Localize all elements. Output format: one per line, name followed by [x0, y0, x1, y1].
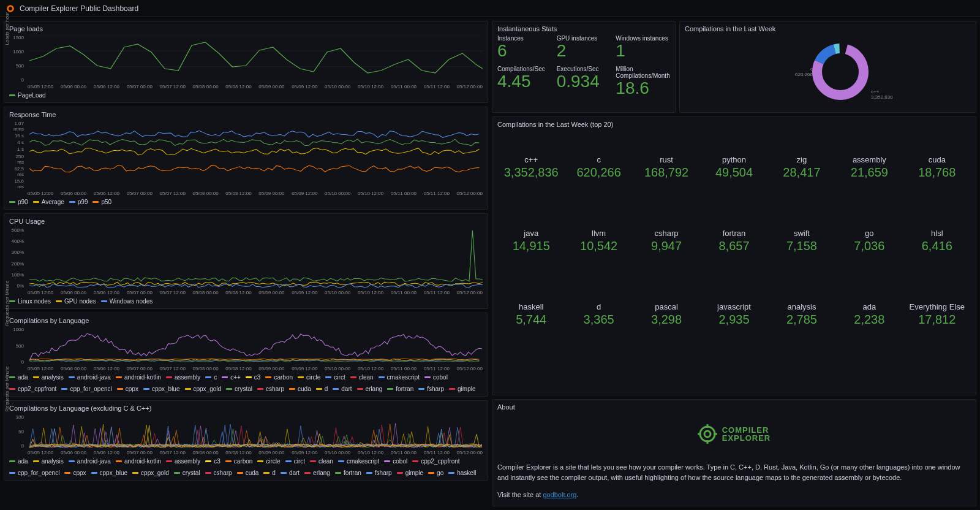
- legend-item[interactable]: GPU nodes: [56, 298, 96, 305]
- dashboard-title: Compiler Explorer Public Dashboard: [20, 4, 138, 13]
- legend-item[interactable]: cpp_for_opencl: [61, 386, 111, 392]
- comp-lang-ex-chart: [9, 414, 483, 449]
- legend-item[interactable]: cmakescript: [338, 458, 379, 465]
- legend-item[interactable]: ada: [9, 374, 28, 381]
- legend-item[interactable]: cuda: [289, 386, 311, 392]
- legend-item[interactable]: c3: [205, 458, 221, 465]
- legend-item[interactable]: c3: [246, 374, 261, 381]
- legend-item[interactable]: fsharp: [418, 386, 444, 392]
- legend: Linux nodesGPU nodesWindows nodes: [9, 298, 483, 305]
- legend-item[interactable]: crystal: [174, 470, 200, 476]
- legend-item[interactable]: d: [263, 470, 276, 476]
- top20-item: pascal3,298: [633, 295, 700, 334]
- legend-item[interactable]: cppx: [64, 470, 86, 476]
- logo-text: EXPLORER: [722, 434, 771, 442]
- legend-item[interactable]: circle: [298, 374, 320, 381]
- legend-item[interactable]: android-java: [69, 374, 111, 381]
- top20-item: csharp9,947: [633, 221, 700, 261]
- panel-comp-by-lang[interactable]: Compilations by Language 1000 500 0 Requ…: [4, 313, 488, 397]
- legend-item[interactable]: circle: [257, 458, 280, 465]
- legend-item[interactable]: clean: [350, 374, 374, 381]
- legend-item[interactable]: p99: [69, 199, 88, 205]
- top20-item: go7,036: [835, 221, 903, 261]
- legend-item[interactable]: cpp_for_opencl: [9, 470, 59, 476]
- panel-compilations-donut[interactable]: Compilations in the Last Week c 620,266 …: [679, 21, 976, 113]
- stat-block: Windows instances1: [616, 35, 670, 61]
- legend-item[interactable]: circt: [285, 458, 305, 465]
- legend: adaanalysisandroid-javaandroid-kotlinass…: [9, 458, 483, 476]
- y-ticks: 1000 500 0: [9, 327, 26, 365]
- top20-item: d3,365: [565, 295, 632, 334]
- legend-item[interactable]: cppx_gold: [185, 386, 222, 392]
- svg-text:620,266: 620,266: [795, 72, 813, 77]
- legend-item[interactable]: cpp2_cppfront: [412, 458, 459, 465]
- panel-comp-by-lang-ex[interactable]: Compilations by Language (excluding C & …: [4, 400, 488, 481]
- legend-item[interactable]: cpp2_cppfront: [9, 386, 56, 392]
- legend-item[interactable]: cppx_blue: [143, 386, 180, 392]
- panel-response-time[interactable]: Response Time 1.07 mins16 s4 s1 s250 ms6…: [4, 107, 488, 210]
- legend-item[interactable]: circt: [325, 374, 345, 381]
- panel-top20[interactable]: Compilations in the Last Week (top 20) c…: [492, 116, 976, 395]
- y-ticks: 500%400%300%200%100%0%: [9, 227, 26, 289]
- stat-block: Instances6: [497, 35, 552, 61]
- panel-title: About: [497, 403, 971, 411]
- legend-item[interactable]: cppx_blue: [91, 470, 128, 476]
- legend-item[interactable]: p50: [92, 199, 111, 205]
- legend-item[interactable]: gimple: [449, 386, 475, 392]
- legend-item[interactable]: fortran: [335, 470, 361, 476]
- legend-item[interactable]: Average: [33, 199, 64, 205]
- panel-title: CPU Usage: [9, 218, 483, 225]
- legend-item[interactable]: cobol: [384, 458, 407, 465]
- legend: PageLoad: [9, 92, 483, 99]
- panel-about[interactable]: About COMPILER EXPLORER Compiler Explore…: [492, 399, 976, 506]
- x-ticks: 05/05 12:0005/06 00:0005/06 12:0005/07 0…: [9, 191, 483, 196]
- legend-item[interactable]: gimple: [397, 470, 423, 476]
- legend-item[interactable]: analysis: [33, 458, 64, 465]
- legend-item[interactable]: assembly: [166, 374, 200, 381]
- legend-item[interactable]: analysis: [33, 374, 64, 381]
- legend-item[interactable]: carbon: [265, 374, 293, 381]
- godbolt-link[interactable]: godbolt.org: [543, 491, 576, 498]
- legend-item[interactable]: ada: [9, 458, 28, 465]
- legend-item[interactable]: c++: [222, 374, 241, 381]
- legend-item[interactable]: clean: [310, 458, 333, 465]
- legend-item[interactable]: erlang: [304, 470, 330, 476]
- legend-item[interactable]: assembly: [166, 458, 200, 465]
- legend-item[interactable]: PageLoad: [9, 92, 46, 99]
- legend-item[interactable]: Windows nodes: [101, 298, 153, 305]
- legend-item[interactable]: android-java: [69, 458, 111, 465]
- top20-item: python49,504: [700, 148, 767, 187]
- top20-item: cuda18,768: [903, 148, 971, 187]
- legend-item[interactable]: cmakescript: [379, 374, 420, 381]
- top20-item: rust168,792: [633, 148, 700, 187]
- legend-item[interactable]: go: [428, 470, 443, 476]
- panel-cpu-usage[interactable]: CPU Usage 500%400%300%200%100%0% 05/05 1…: [4, 213, 488, 309]
- legend-item[interactable]: erlang: [357, 386, 383, 392]
- grafana-icon: [6, 4, 15, 13]
- legend-item[interactable]: dart: [281, 470, 300, 476]
- about-body: Compiler Explorer is a site that lets yo…: [497, 462, 971, 482]
- legend-item[interactable]: dart: [333, 386, 352, 392]
- gear-icon: [698, 424, 717, 444]
- legend-item[interactable]: cppx_gold: [132, 470, 169, 476]
- panel-title: Response Time: [9, 111, 483, 118]
- legend-item[interactable]: carbon: [225, 458, 253, 465]
- top20-item: c620,266: [565, 148, 632, 187]
- legend-item[interactable]: crystal: [226, 386, 252, 392]
- legend-item[interactable]: fsharp: [366, 470, 392, 476]
- legend-item[interactable]: Linux nodes: [9, 298, 51, 305]
- legend-item[interactable]: csharp: [205, 470, 232, 476]
- legend-item[interactable]: d: [316, 386, 328, 392]
- panel-page-loads[interactable]: Page loads 1500 1000 500 0 Loads per hou…: [4, 21, 488, 103]
- legend-item[interactable]: c: [205, 374, 217, 381]
- legend-item[interactable]: android-kotlin: [116, 374, 161, 381]
- legend-item[interactable]: fortran: [387, 386, 413, 392]
- legend-item[interactable]: csharp: [257, 386, 284, 392]
- legend-item[interactable]: p90: [9, 199, 28, 205]
- panel-instant-stats[interactable]: Instantaneous Stats Instances6GPU instan…: [492, 21, 676, 113]
- legend-item[interactable]: cuda: [237, 470, 259, 476]
- legend-item[interactable]: android-kotlin: [116, 458, 161, 465]
- legend-item[interactable]: haskell: [448, 470, 476, 476]
- legend-item[interactable]: cobol: [424, 374, 448, 381]
- legend-item[interactable]: cppx: [117, 386, 138, 392]
